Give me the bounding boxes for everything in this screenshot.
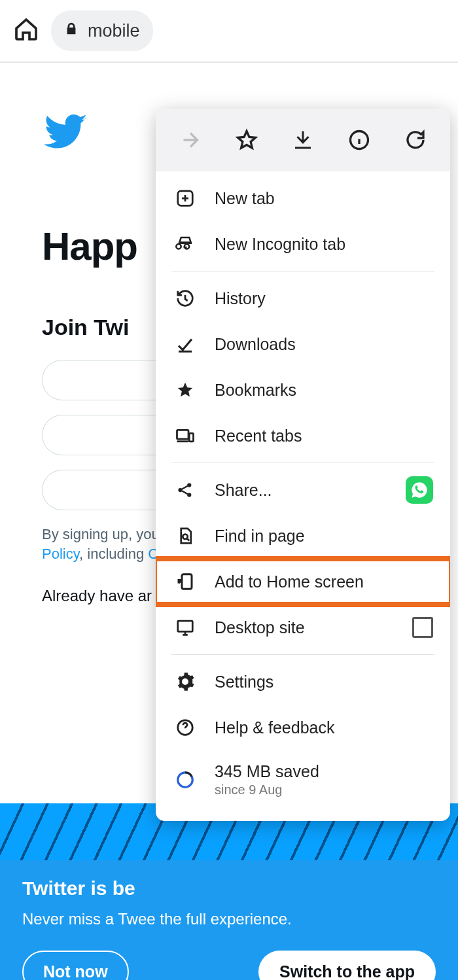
menu-item-label: New tab [215,189,275,208]
help-icon [174,716,196,739]
add-to-home-icon [174,570,196,593]
downloads-check-icon [174,333,196,355]
menu-incognito[interactable]: New Incognito tab [156,221,450,267]
banner-title: Twitter is be [22,877,436,900]
menu-bookmarks[interactable]: Bookmarks [156,367,450,413]
menu-data-saved[interactable]: 345 MB saved since 9 Aug [156,750,450,809]
menu-settings[interactable]: Settings [156,659,450,705]
share-icon [174,479,196,501]
menu-item-label: Recent tabs [215,427,302,446]
desktop-icon [174,616,196,639]
home-icon[interactable] [13,16,39,45]
lock-icon [64,20,79,42]
history-icon [174,287,196,309]
plus-square-icon [174,187,196,209]
svg-rect-2 [177,430,189,439]
gear-icon [174,671,196,693]
forward-icon[interactable] [178,128,203,152]
chrome-overflow-menu: New tab New Incognito tab History Downlo… [156,109,450,821]
menu-downloads[interactable]: Downloads [156,321,450,367]
menu-item-label: Bookmarks [215,381,296,400]
url-bar[interactable]: mobile [51,10,153,51]
browser-toolbar: mobile [0,0,458,63]
menu-help[interactable]: Help & feedback [156,705,450,750]
menu-find-in-page[interactable]: Find in page [156,513,450,559]
switch-to-app-button[interactable]: Switch to the app [258,951,436,980]
data-saved-amount: 345 MB saved [215,762,319,781]
star-icon[interactable] [234,128,259,152]
star-filled-icon [174,379,196,401]
menu-item-label: Share... [215,481,272,500]
menu-item-label: New Incognito tab [215,235,345,254]
menu-share[interactable]: Share... [156,467,450,513]
menu-item-label: Desktop site [215,618,305,637]
app-banner: Twitter is be Never miss a Twee the full… [0,860,458,980]
menu-recent-tabs[interactable]: Recent tabs [156,413,450,459]
menu-history[interactable]: History [156,275,450,321]
banner-subtitle: Never miss a Twee the full experience. [22,909,436,930]
page-content: Happ Join Twi  Sign u By signing up, yo… [0,109,458,980]
policy-link[interactable]: Policy [42,546,79,562]
menu-item-label: Settings [215,673,273,691]
whatsapp-icon[interactable] [406,476,433,504]
data-saver-icon [174,769,196,791]
info-icon[interactable] [347,128,372,152]
desktop-site-checkbox[interactable] [412,617,433,638]
menu-top-actions [156,109,450,171]
url-text: mobile [88,21,140,41]
menu-item-label: Add to Home screen [215,572,364,591]
svg-rect-8 [182,574,192,589]
svg-rect-9 [178,621,193,631]
menu-item-label: History [215,289,266,308]
data-saved-since: since 9 Aug [215,782,319,797]
svg-rect-3 [189,433,193,442]
menu-item-label: Downloads [215,335,296,354]
menu-new-tab[interactable]: New tab [156,175,450,221]
menu-item-label: Find in page [215,527,305,546]
find-in-page-icon [174,525,196,547]
menu-desktop-site[interactable]: Desktop site [156,604,450,650]
download-icon[interactable] [291,128,315,152]
devices-icon [174,425,196,447]
reload-icon[interactable] [403,128,428,152]
menu-item-label: Help & feedback [215,718,334,737]
not-now-button[interactable]: Not now [22,951,129,980]
menu-add-to-home[interactable]: Add to Home screen [156,559,450,604]
incognito-icon [174,233,196,255]
